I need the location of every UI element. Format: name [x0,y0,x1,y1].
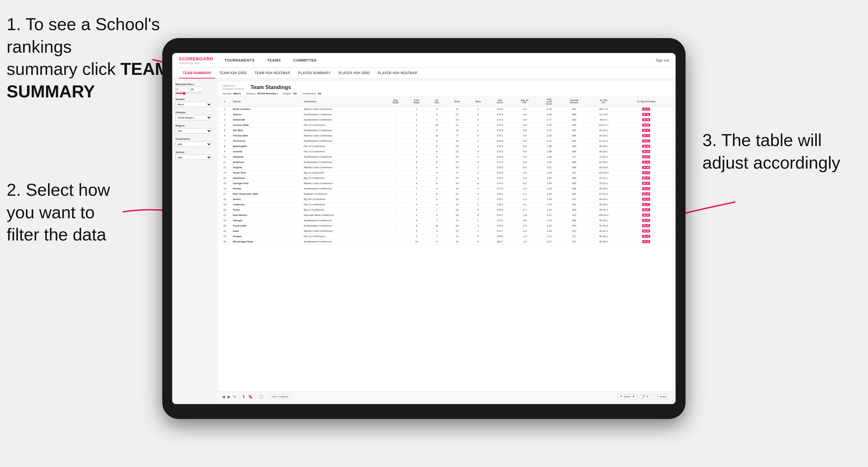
cell-no-tour: 8 [427,202,446,207]
cell-conf-rank: 1 [406,196,427,202]
cell-rnds: 22 [446,191,468,196]
cell-school: California [231,202,302,207]
cell-rnds: 23 [446,196,468,202]
cell-avg-low: 2.77 [538,117,561,122]
comment-btn[interactable]: 💬 ▼ [640,394,651,399]
update-time-label: Update time: [222,85,236,87]
subnav-player-h2h-grid[interactable]: PLAYER H2H GRID [335,68,374,79]
subnav-player-summary[interactable]: PLAYER SUMMARY [294,68,335,79]
subnav-team-h2h-grid[interactable]: TEAM H2H GRID [215,68,251,79]
nav-committee[interactable]: COMMITTEE [292,58,318,62]
cell-rank: 24 [218,228,231,234]
cell-vs-top25: 59-39-1 [588,218,619,223]
ann3-line1: 3. The table will [703,130,822,150]
view-original-btn[interactable]: View: Original [269,394,290,399]
cell-rnds: 24 [446,165,468,170]
toolbar-share2[interactable]: ⬆ [242,395,245,399]
cell-avg-low: 1.63 [538,186,561,191]
cell-overall: 221 [561,228,588,234]
toolbar-bookmark[interactable]: 🔖 [248,395,253,399]
cell-avg-par: -0.4 [511,228,538,234]
filter-min-input2[interactable] [190,87,203,91]
cell-vs-top25: 75-26-1 [588,181,619,186]
table-body: 1 North Carolina Atlantic Coast Conferen… [218,106,673,244]
cell-vs-top25: 52-40-3 [588,223,619,228]
sub-navbar: TEAM SUMMARY TEAM H2H GRID TEAM H2H HEAT… [172,68,676,79]
cell-no-tour: 4 [427,175,446,181]
cell-avg-par: -5.8 [511,218,538,223]
table-row: 22 Georgia Southeastern Conference - 8 7… [218,218,673,223]
toolbar-back[interactable]: ◀ [222,395,225,399]
nav-teams[interactable]: TEAMS [266,58,282,62]
cell-conf-rank: 3 [406,165,427,170]
cell-conference: Big 12 Conference [302,170,385,175]
cell-reg-rank: - [385,191,406,196]
table-header-section: Update time: 27/03/2024 16:56:26 Team St… [218,82,673,97]
cell-rank: 17 [218,191,231,196]
table-row: 18 Illinois Big Ten Conference - 1 9 23 … [218,196,673,202]
cell-reg-rank: - [385,133,406,138]
subnav-team-h2h-heatmap[interactable]: TEAM H2H HEATMAP [251,68,294,79]
cell-conf-rank: 4 [406,202,427,207]
cell-rank: 25 [218,234,231,239]
cell-avg-par: -4.6 [511,149,538,154]
cell-vs-top50: 80.88 [619,228,673,234]
cell-school: Ole Miss [231,127,302,133]
filter-conference-select[interactable]: (All) [176,142,212,147]
cell-vs-top25: 87-21-2 [588,191,619,196]
filter-region-select[interactable]: N/A [176,128,212,133]
cell-adj-score: 277.0 [489,159,511,165]
cell-school: Texas Tech [231,170,302,175]
cell-reg-rank: - [385,239,406,244]
cell-conf-rank: 5 [406,228,427,234]
cell-avg-par: -1.4 [511,196,538,202]
cell-avg-low: 1.86 [538,154,561,159]
toolbar-clock[interactable]: 🕐 [259,395,264,399]
cell-adj-score: 278.7 [489,212,511,218]
subnav-team-summary[interactable]: TEAM SUMMARY [179,68,215,79]
col-overall: OverallRecord [561,97,588,107]
cell-overall: 270 [561,239,588,244]
cell-wins: 4 [468,122,488,127]
cell-conference: Southeastern Conference [302,239,385,244]
slider-thumb[interactable] [183,92,185,95]
annotation-2: 2. Select how you want to filter the dat… [7,179,159,246]
watch-btn[interactable]: 👁 Watch ▼ [618,394,637,399]
filter-division-label: Division [176,111,212,114]
cell-school: Illinois [231,196,302,202]
cell-reg-rank: - [385,202,406,207]
subnav-player-h2h-heatmap[interactable]: PLAYER H2H HEATMAP [374,68,421,79]
tablet-device: SCOREBOARD Powered by clippi TOURNAMENTS… [162,38,685,419]
cell-vs-top25: 109-24-2 [588,212,619,218]
filter-group-region: Region N/A [176,124,212,133]
nav-tournaments[interactable]: TOURNAMENTS [223,58,256,62]
cell-wins: 2 [468,138,488,144]
cell-conf-rank: 1 [406,170,427,175]
cell-rnds: 26 [446,212,468,218]
toolbar-reload[interactable]: ↻ [233,395,237,399]
share-btn[interactable]: ↗ Share [654,394,669,399]
cell-wins: 2 [468,223,488,228]
slider-track[interactable] [176,93,202,94]
cell-vs-top50: 80.16 [619,191,673,196]
cell-no-tour: 9 [427,106,446,112]
inline-gender-value: Men's [234,92,241,95]
cell-avg-par: -4.4 [511,133,538,138]
col-conf-rank: ConfRank [406,97,427,107]
filter-min-input1[interactable] [176,87,189,91]
cell-no-tour: 9 [427,196,446,202]
table-area: Update time: 27/03/2024 16:56:26 Team St… [218,82,673,401]
filter-gender-select[interactable]: Men's Women's [176,102,212,107]
cell-vs-top50: 80.56 [619,165,673,170]
filter-school-select[interactable]: (All) [176,155,212,160]
score-badge: 87.21 [642,113,650,116]
cell-vs-top25: 83-15-0 [588,165,619,170]
signout-link[interactable]: Sign out [656,58,669,62]
toolbar-forward[interactable]: ▶ [227,395,230,399]
cell-conf-rank: 2 [406,175,427,181]
cell-no-tour: 6 [427,127,446,133]
col-wins: Wins [468,97,488,107]
cell-conference: Mountain West Conference [302,212,385,218]
filter-division-select[interactable]: NCAA Division I NCAA Division II NCAA Di… [176,115,212,120]
cell-overall: 209 [561,175,588,181]
